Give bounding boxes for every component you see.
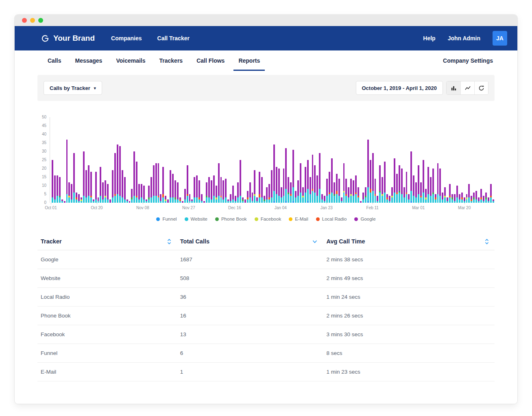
- bar-stack[interactable]: [71, 184, 72, 203]
- bar-stack[interactable]: [88, 165, 89, 203]
- bar-stack[interactable]: [464, 197, 465, 203]
- bar-stack[interactable]: [138, 184, 140, 203]
- bar-stack[interactable]: [189, 194, 191, 203]
- bar-stack[interactable]: [222, 180, 224, 203]
- bar-stack[interactable]: [427, 167, 429, 203]
- bar-stack[interactable]: [456, 186, 458, 203]
- line-chart-view-button[interactable]: [460, 81, 474, 94]
- bar-stack[interactable]: [136, 162, 137, 203]
- tab-call-flows[interactable]: Call Flows: [196, 50, 225, 71]
- bar-stack[interactable]: [52, 160, 53, 203]
- bar-stack[interactable]: [300, 163, 301, 203]
- bar-stack[interactable]: [435, 194, 436, 203]
- bar-stack[interactable]: [471, 196, 472, 203]
- bar-stack[interactable]: [488, 197, 489, 203]
- bar-stack[interactable]: [461, 193, 463, 203]
- bar-stack[interactable]: [59, 177, 61, 203]
- bar-stack[interactable]: [425, 189, 427, 203]
- bar-stack[interactable]: [321, 194, 323, 203]
- bar-stack[interactable]: [454, 194, 456, 203]
- tab-messages[interactable]: Messages: [75, 50, 102, 71]
- bar-stack[interactable]: [160, 194, 161, 203]
- sort-both-icon[interactable]: [485, 239, 489, 245]
- bar-stack[interactable]: [122, 170, 123, 203]
- bar-stack[interactable]: [266, 187, 268, 203]
- bar-stack[interactable]: [117, 145, 118, 203]
- bar-stack[interactable]: [389, 196, 390, 203]
- bar-stack[interactable]: [61, 199, 63, 203]
- bar-stack[interactable]: [146, 199, 147, 203]
- bar-stack[interactable]: [93, 199, 94, 203]
- bar-stack[interactable]: [276, 167, 277, 203]
- bar-stack[interactable]: [493, 199, 494, 203]
- help-link[interactable]: Help: [423, 35, 435, 42]
- bar-stack[interactable]: [475, 191, 477, 203]
- tab-calls[interactable]: Calls: [48, 50, 61, 71]
- bar-stack[interactable]: [490, 184, 492, 203]
- report-type-dropdown[interactable]: Calls by Tracker ▾: [44, 81, 102, 95]
- legend-item-local-radio[interactable]: Local Radio: [316, 217, 347, 221]
- bar-chart-view-button[interactable]: [447, 81, 460, 94]
- bar-stack[interactable]: [198, 180, 200, 203]
- date-range-button[interactable]: October 1, 2019 - April 1, 2020: [356, 81, 443, 95]
- bar-stack[interactable]: [305, 167, 306, 203]
- bar-stack[interactable]: [249, 182, 251, 203]
- bar-stack[interactable]: [227, 199, 229, 203]
- bar-stack[interactable]: [196, 175, 198, 203]
- bar-stack[interactable]: [278, 169, 280, 203]
- bar-stack[interactable]: [415, 182, 417, 203]
- bar-stack[interactable]: [252, 193, 253, 203]
- bar-stack[interactable]: [442, 193, 443, 203]
- bar-stack[interactable]: [362, 193, 364, 203]
- bar-stack[interactable]: [314, 165, 316, 203]
- bar-stack[interactable]: [230, 194, 231, 203]
- bar-stack[interactable]: [206, 182, 207, 203]
- column-header-avg-call-time[interactable]: Avg Call Time: [323, 233, 495, 250]
- legend-item-facebook[interactable]: Facebook: [255, 217, 281, 221]
- bar-stack[interactable]: [184, 189, 186, 203]
- bar-stack[interactable]: [316, 175, 318, 203]
- bar-stack[interactable]: [410, 151, 412, 203]
- bar-stack[interactable]: [341, 197, 342, 203]
- bar-stack[interactable]: [102, 182, 104, 203]
- bar-stack[interactable]: [264, 196, 265, 203]
- bar-stack[interactable]: [141, 184, 142, 203]
- bar-stack[interactable]: [158, 163, 159, 203]
- avatar[interactable]: JA: [493, 31, 507, 46]
- bar-stack[interactable]: [259, 172, 260, 203]
- bar-stack[interactable]: [90, 172, 92, 203]
- bar-stack[interactable]: [143, 186, 145, 203]
- bar-stack[interactable]: [148, 186, 150, 203]
- bar-stack[interactable]: [372, 153, 374, 203]
- bar-stack[interactable]: [165, 196, 166, 203]
- minimize-window-button[interactable]: [30, 18, 35, 23]
- bar-stack[interactable]: [109, 199, 111, 203]
- bar-stack[interactable]: [68, 182, 70, 203]
- bar-stack[interactable]: [107, 184, 109, 203]
- bar-stack[interactable]: [126, 199, 128, 203]
- bar-stack[interactable]: [213, 175, 215, 203]
- bar-stack[interactable]: [194, 177, 195, 203]
- bar-stack[interactable]: [386, 194, 388, 203]
- bar-stack[interactable]: [480, 189, 482, 203]
- bar-stack[interactable]: [297, 180, 299, 203]
- bar-stack[interactable]: [391, 187, 393, 203]
- tab-trackers[interactable]: Trackers: [159, 50, 183, 71]
- bar-stack[interactable]: [268, 184, 270, 203]
- bar-stack[interactable]: [155, 163, 157, 203]
- bar-stack[interactable]: [244, 199, 246, 203]
- bar-stack[interactable]: [430, 177, 432, 203]
- bar-stack[interactable]: [170, 170, 171, 203]
- bar-stack[interactable]: [324, 196, 325, 203]
- bar-stack[interactable]: [172, 174, 174, 203]
- legend-item-funnel[interactable]: Funnel: [156, 217, 177, 221]
- bar-stack[interactable]: [485, 193, 487, 203]
- bar-stack[interactable]: [153, 165, 155, 203]
- bar-stack[interactable]: [326, 179, 328, 203]
- bar-stack[interactable]: [449, 184, 451, 203]
- bar-stack[interactable]: [367, 140, 369, 203]
- bar-stack[interactable]: [432, 169, 434, 203]
- bar-stack[interactable]: [329, 172, 330, 203]
- bar-stack[interactable]: [331, 158, 333, 203]
- bar-stack[interactable]: [473, 193, 475, 203]
